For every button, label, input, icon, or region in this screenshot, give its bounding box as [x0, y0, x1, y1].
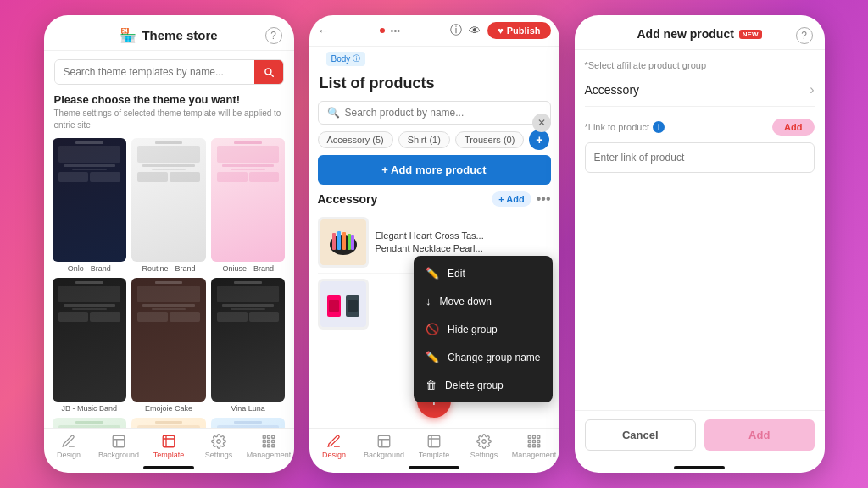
svg-rect-32 — [537, 441, 540, 443]
theme-label: Vina Luna — [211, 404, 286, 413]
select-group-value: Accessory — [585, 83, 640, 97]
svg-rect-14 — [332, 233, 336, 250]
svg-rect-5 — [272, 435, 275, 438]
ctx-change-name[interactable]: ✏️ Change group name — [414, 343, 552, 371]
svg-rect-1 — [163, 435, 175, 447]
close-button[interactable]: ✕ — [532, 114, 551, 132]
ctx-edit[interactable]: ✏️ Edit — [414, 259, 552, 287]
add-tab-button[interactable]: + — [529, 130, 549, 150]
nav-management[interactable]: Management — [244, 434, 294, 459]
svg-rect-35 — [537, 445, 540, 447]
list-item[interactable] — [211, 418, 286, 428]
context-menu: ✏️ Edit ↓ Move down 🚫 Hide group ✏️ Chan… — [414, 256, 552, 402]
list-item[interactable] — [53, 418, 127, 428]
page-title: List of products — [309, 69, 559, 96]
theme-store-header: 🏪 Theme store ? — [44, 15, 294, 51]
section-add-button[interactable]: + Add — [492, 191, 531, 207]
ctx-delete-group[interactable]: 🗑 Delete group — [414, 371, 552, 399]
nav-design[interactable]: Design — [44, 434, 94, 459]
product-search-input[interactable] — [345, 107, 542, 119]
delete-icon: 🗑 — [426, 379, 437, 391]
theme-thumbnail — [53, 278, 127, 402]
list-item[interactable]: Oniuse - Brand — [211, 138, 286, 273]
search-icon — [263, 66, 275, 78]
theme-thumbnail — [211, 138, 286, 262]
product-image — [318, 217, 369, 268]
search-container — [54, 59, 284, 85]
ctx-move-down[interactable]: ↓ Move down — [414, 287, 552, 315]
nav-management[interactable]: Management — [509, 434, 559, 459]
status-dot — [380, 28, 385, 33]
add-product-button[interactable]: + Add more product — [318, 155, 551, 185]
list-item[interactable]: Routine - Brand — [131, 138, 206, 273]
search-button[interactable] — [254, 60, 283, 84]
search-icon: 🔍 — [327, 107, 340, 119]
nav-background[interactable]: Background — [359, 434, 409, 459]
add-product-body: *Select affiliate product group Accessor… — [575, 50, 825, 241]
publish-button[interactable]: ♥ Publish — [487, 22, 550, 39]
edit-icon: ✏️ — [426, 267, 439, 280]
svg-rect-8 — [272, 441, 275, 443]
nav-settings[interactable]: Settings — [459, 434, 509, 459]
add-button[interactable]: Add — [704, 419, 815, 451]
tab-accessory[interactable]: Accessory (5) — [318, 131, 393, 148]
svg-rect-6 — [263, 441, 265, 443]
ctx-hide-group[interactable]: 🚫 Hide group — [414, 315, 552, 343]
svg-rect-23 — [348, 300, 358, 312]
bottom-nav: Design Background Template Settings Mana… — [44, 428, 294, 463]
nav-template[interactable]: Template — [409, 434, 459, 459]
theme-label: JB - Music Band — [53, 404, 127, 413]
theme-thumbnail — [211, 418, 286, 428]
section-menu-button[interactable]: ••• — [537, 191, 551, 207]
svg-rect-34 — [533, 445, 536, 447]
product-image — [318, 279, 369, 330]
list-item[interactable]: Emojoie Cake — [131, 278, 206, 413]
bottom-nav: Design Background Template Settings Mana… — [309, 428, 559, 463]
svg-rect-17 — [348, 234, 351, 250]
theme-thumbnail — [131, 138, 206, 262]
select-group-label: *Select affiliate product group — [585, 60, 815, 70]
tab-trousers[interactable]: Trousers (0) — [455, 131, 525, 148]
select-group-row[interactable]: Accessory › — [585, 74, 815, 107]
product-list: Elegant Heart Cross Tas...Pendant Neckla… — [309, 212, 559, 428]
link-to-product-label: *Link to product i — [585, 121, 665, 133]
spacer — [575, 241, 825, 411]
list-item[interactable]: Onlo - Brand — [53, 138, 127, 273]
add-product-footer: Cancel Add — [575, 410, 825, 463]
nav-design[interactable]: Design — [309, 434, 359, 459]
list-item[interactable]: JB - Music Band — [53, 278, 127, 413]
eye-icon[interactable]: 👁 — [469, 24, 481, 37]
help-button[interactable]: ? — [796, 27, 813, 44]
nav-settings[interactable]: Settings — [194, 434, 244, 459]
section-header: Accessory + Add ••• — [309, 191, 559, 212]
category-tabs: Accessory (5) Shirt (1) Trousers (0) + — [309, 130, 559, 155]
svg-rect-15 — [337, 231, 341, 250]
help-icon[interactable]: ? — [265, 27, 282, 44]
nav-template[interactable]: Template — [144, 434, 194, 459]
nav-background[interactable]: Background — [94, 434, 144, 459]
svg-rect-7 — [268, 441, 270, 443]
link-input[interactable] — [585, 142, 815, 173]
svg-rect-9 — [263, 445, 265, 447]
cancel-button[interactable]: Cancel — [585, 419, 697, 451]
svg-rect-0 — [113, 435, 125, 447]
svg-rect-25 — [428, 435, 440, 447]
info-icon[interactable]: i — [653, 121, 665, 133]
theme-store-title: Theme store — [142, 28, 217, 42]
svg-rect-4 — [268, 435, 270, 438]
dots-menu[interactable]: ••• — [391, 25, 401, 36]
theme-thumbnail — [131, 418, 206, 428]
svg-rect-30 — [528, 441, 531, 443]
home-indicator — [674, 466, 725, 469]
heart-icon: ♥ — [498, 25, 504, 36]
search-input[interactable] — [55, 60, 254, 84]
body-tag[interactable]: Body ⓘ — [326, 52, 366, 66]
link-add-button[interactable]: Add — [772, 119, 814, 136]
list-item[interactable] — [131, 418, 206, 428]
home-indicator — [143, 466, 194, 469]
svg-rect-16 — [342, 232, 346, 250]
list-item[interactable]: Vina Luna — [211, 278, 286, 413]
tab-shirt[interactable]: Shirt (1) — [398, 131, 450, 148]
info-icon[interactable]: ⓘ — [450, 23, 462, 38]
back-button[interactable]: ← — [318, 24, 330, 37]
